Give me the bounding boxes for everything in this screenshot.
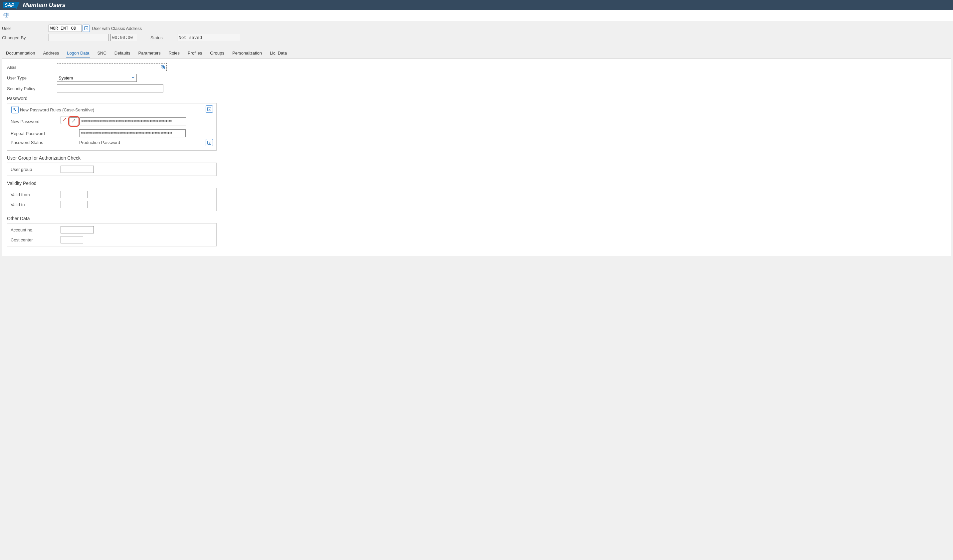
tab-lic-data[interactable]: Lic. Data bbox=[269, 48, 287, 58]
tab-content: Alias User Type Security Policy Password… bbox=[2, 58, 951, 256]
user-group-label: User group bbox=[11, 167, 61, 172]
account-no-label: Account no. bbox=[11, 227, 61, 232]
tab-personalization[interactable]: Personalization bbox=[231, 48, 262, 58]
status-label: Status bbox=[151, 35, 177, 40]
user-type-label: User Type bbox=[7, 76, 57, 80]
repeat-password-input[interactable] bbox=[79, 129, 186, 137]
svg-point-3 bbox=[14, 108, 15, 110]
sap-logo: SAP bbox=[3, 2, 16, 8]
password-rules-label: New Password Rules (Case-Sensitive) bbox=[20, 107, 94, 112]
password-status-label: Password Status bbox=[11, 140, 79, 145]
new-password-label: New Password bbox=[11, 119, 61, 124]
alias-search-button[interactable] bbox=[160, 64, 166, 70]
password-rules-button[interactable] bbox=[11, 106, 19, 113]
status-input bbox=[177, 34, 240, 41]
titlebar: SAP Maintain Users bbox=[0, 0, 953, 10]
validity-group: Valid from Valid to bbox=[7, 188, 217, 211]
user-input[interactable] bbox=[48, 25, 82, 32]
user-group-title: User Group for Authorization Check bbox=[7, 155, 946, 161]
user-info-button[interactable] bbox=[82, 25, 90, 32]
alias-label: Alias bbox=[7, 65, 57, 70]
tab-groups[interactable]: Groups bbox=[209, 48, 225, 58]
changed-by-label: Changed By bbox=[2, 35, 48, 40]
security-policy-label: Security Policy bbox=[7, 86, 57, 91]
new-password-input[interactable] bbox=[79, 118, 186, 125]
changed-time-input bbox=[110, 34, 137, 41]
valid-from-label: Valid from bbox=[11, 192, 61, 197]
balance-icon[interactable] bbox=[3, 14, 9, 19]
password-group-title: Password bbox=[7, 96, 946, 101]
user-desc: User with Classic Address bbox=[92, 26, 142, 31]
tab-roles[interactable]: Roles bbox=[168, 48, 180, 58]
tab-profiles[interactable]: Profiles bbox=[187, 48, 203, 58]
valid-to-label: Valid to bbox=[11, 202, 61, 207]
password-group: New Password Rules (Case-Sensitive) New … bbox=[7, 103, 217, 151]
tab-address[interactable]: Address bbox=[42, 48, 60, 58]
tab-logon-data[interactable]: Logon Data bbox=[66, 48, 90, 58]
toolbar bbox=[0, 10, 953, 21]
user-type-select[interactable] bbox=[57, 74, 137, 82]
changed-by-input bbox=[48, 34, 109, 41]
page-title: Maintain Users bbox=[23, 2, 65, 9]
tab-strip: Documentation Address Logon Data SNC Def… bbox=[0, 45, 953, 58]
security-policy-input[interactable] bbox=[57, 85, 163, 93]
valid-from-input[interactable] bbox=[61, 191, 88, 198]
header-area: User User with Classic Address Changed B… bbox=[0, 21, 953, 45]
cost-center-label: Cost center bbox=[11, 237, 61, 243]
deactivate-password-button[interactable] bbox=[70, 118, 78, 125]
user-group-input[interactable] bbox=[61, 166, 94, 173]
alias-input[interactable] bbox=[57, 63, 167, 71]
other-data-title: Other Data bbox=[7, 216, 946, 221]
password-info-button[interactable] bbox=[206, 105, 213, 113]
tab-parameters[interactable]: Parameters bbox=[138, 48, 161, 58]
user-label: User bbox=[2, 26, 48, 31]
password-status-value: Production Password bbox=[79, 140, 120, 145]
highlight-annotation bbox=[68, 116, 79, 127]
valid-to-input[interactable] bbox=[61, 201, 88, 208]
other-data-group: Account no. Cost center bbox=[7, 223, 217, 246]
cost-center-input[interactable] bbox=[61, 236, 83, 243]
validity-group-title: Validity Period bbox=[7, 181, 946, 186]
password-status-info-button[interactable] bbox=[206, 139, 213, 146]
user-group-box: User group bbox=[7, 162, 217, 176]
tab-documentation[interactable]: Documentation bbox=[5, 48, 36, 58]
tab-snc[interactable]: SNC bbox=[96, 48, 107, 58]
repeat-password-label: Repeat Password bbox=[11, 131, 79, 136]
tab-defaults[interactable]: Defaults bbox=[114, 48, 131, 58]
account-no-input[interactable] bbox=[61, 226, 94, 234]
